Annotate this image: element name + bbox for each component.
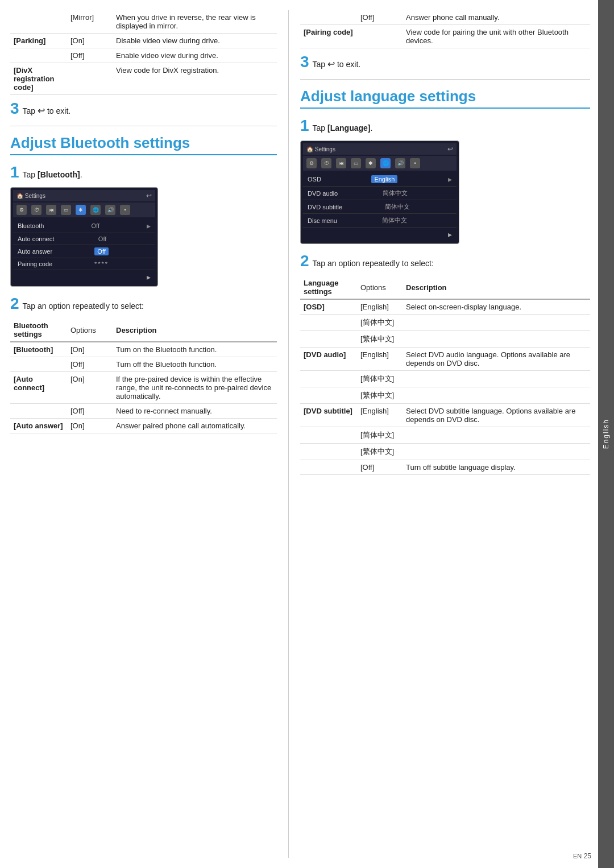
mock-icon-volume: 🔊 [105, 205, 115, 215]
lang-mock-top-bar: 🏠 Settings ↩ [303, 143, 457, 155]
mock-top-bar: 🏠 Settings ↩ [13, 190, 155, 201]
table-row: [繁体中文] [300, 444, 590, 460]
step-number-2-lang: 2 [300, 252, 309, 270]
cell-option: [繁体中文] [357, 444, 403, 460]
step-number-1-lang: 1 [300, 117, 309, 135]
lang-mock-back: ↩ [447, 145, 453, 153]
step3-text: Tap ↩ to exit. [23, 105, 71, 116]
cell-option: [繁体中文] [357, 331, 403, 348]
lang-mock-row-dvdsub: DVD subtitle 简体中文 [303, 200, 457, 214]
table-row: [DVD audio] [English] Select DVD audio l… [300, 348, 590, 371]
lang-icon-bt: ✱ [366, 158, 376, 168]
page-en-label: EN [573, 853, 582, 859]
table-row: [Mirror] When you drive in reverse, the … [10, 10, 277, 34]
cell-desc [403, 427, 590, 444]
cell-setting [300, 315, 357, 331]
cell-setting [300, 387, 357, 404]
lang-icon-general: ⚙ [306, 158, 317, 168]
cell-desc: Answer paired phone call automatically. [113, 419, 277, 433]
step-number-3: 3 [10, 100, 19, 118]
cell-desc: Turn off subtitle language display. [403, 460, 590, 475]
lang-icon-language: 🌐 [380, 158, 391, 168]
cell-setting: [Parking] [10, 34, 67, 48]
lang-mock-title: 🏠 Settings [306, 146, 335, 152]
table-row: [OSD] [English] Select on-screen-display… [300, 299, 590, 315]
cell-option: [On] [67, 34, 113, 48]
cell-setting [10, 404, 67, 419]
cell-option: [On] [67, 372, 113, 404]
mock-row-spacer: ▸ [13, 270, 155, 284]
cell-option: [Off] [67, 48, 113, 63]
lang-mock-icons: ⚙ ⏱ ⏮ ▭ ✱ 🌐 🔊 • [303, 156, 457, 171]
step3-left: 3 Tap ↩ to exit. [10, 100, 277, 118]
lang-mock-label-dvdaudio: DVD audio [308, 190, 338, 197]
table-header-row: Language settings Options Description [300, 276, 590, 299]
th-description: Description [113, 319, 277, 342]
lang-mock-plus-osd: ▸ [448, 175, 452, 184]
section-divider [10, 126, 277, 126]
step1-text-lang: Tap [Language]. [313, 123, 373, 133]
page-number-value: 25 [584, 852, 591, 860]
table-row: [DivX registration code] View code for D… [10, 63, 277, 95]
cell-setting [300, 444, 357, 460]
cell-setting: [DVD audio] [300, 348, 357, 371]
step2-text-bt: Tap an option repeatedly to select: [23, 301, 144, 311]
back-arrow-icon-right: ↩ [327, 59, 335, 69]
left-top-table: [Mirror] When you drive in reverse, the … [10, 10, 277, 95]
cell-option: [简体中文] [357, 427, 403, 444]
cell-setting [300, 427, 357, 444]
lang-mock-label-osd: OSD [308, 176, 321, 183]
mock-back-btn: ↩ [146, 192, 152, 200]
cell-desc: Need to re-connect manually. [113, 404, 277, 419]
table-row: [DVD subtitle] [English] Select DVD subt… [300, 404, 590, 427]
cell-setting: [DVD subtitle] [300, 404, 357, 427]
table-row: [简体中文] [300, 371, 590, 387]
cell-desc [403, 371, 590, 387]
mock-row-bluetooth: Bluetooth Off ▸ [13, 219, 155, 233]
language-table: Language settings Options Description [O… [300, 276, 590, 475]
cell-option: [On] [67, 419, 113, 433]
lang-icon-other: • [410, 158, 420, 168]
cell-option: [Off] [357, 10, 403, 25]
cell-setting: [Bluetooth] [10, 342, 67, 357]
language-settings-mock: 🏠 Settings ↩ ⚙ ⏱ ⏮ ▭ ✱ 🌐 🔊 • OSD English [300, 140, 459, 244]
mock-value-autoanswer: Off [94, 247, 108, 255]
left-column: [Mirror] When you drive in reverse, the … [10, 10, 289, 858]
cell-option: [简体中文] [357, 371, 403, 387]
cell-desc: Turn on the Bluetooth function. [113, 342, 277, 357]
mock-title: 🏠 Settings [16, 193, 45, 199]
step3-text-right: Tap ↩ to exit. [313, 59, 361, 69]
cell-desc: If the pre-paired device is within the e… [113, 372, 277, 404]
mock-spacer-plus: ▸ [147, 272, 151, 282]
th-description-lang: Description [403, 276, 590, 299]
right-column: [Off] Answer phone call manually. [Pairi… [289, 10, 590, 858]
cell-desc [403, 315, 590, 331]
table-row: [简体中文] [300, 315, 590, 331]
table-row: [Auto answer] [On] Answer paired phone c… [10, 419, 277, 433]
step-number-1: 1 [10, 163, 19, 181]
mock-row-pairingcode: Pairing code **** [13, 258, 155, 270]
cell-setting: [DivX registration code] [10, 63, 67, 95]
step1-text: Tap [Bluetooth]. [23, 170, 82, 179]
side-tab: English [598, 0, 614, 868]
mock-icon-bluetooth: ✱ [76, 205, 86, 215]
mock-icons-bar: ⚙ ⏱ ⏮ ▭ ✱ 🌐 🔊 • [13, 202, 155, 217]
lang-mock-row-discmenu: Disc menu 简体中文 [303, 214, 457, 228]
table-row: [繁体中文] [300, 331, 590, 348]
cell-setting [10, 10, 67, 34]
bluetooth-step1: 1 Tap [Bluetooth]. [10, 163, 277, 181]
lang-mock-value-discmenu: 简体中文 [382, 216, 407, 225]
mock-icon-other: • [120, 205, 130, 215]
cell-option [357, 25, 403, 48]
mock-value-pairingcode: **** [94, 261, 109, 267]
table-row: [Auto connect] [On] If the pre-paired de… [10, 372, 277, 404]
cell-setting [10, 357, 67, 372]
cell-desc: Select DVD audio language. Options avail… [403, 348, 590, 371]
cell-desc [403, 387, 590, 404]
lang-icon-volume: 🔊 [395, 158, 405, 168]
mock-icon-sound: ⏮ [46, 205, 56, 215]
cell-desc [403, 444, 590, 460]
cell-setting: [Auto answer] [10, 419, 67, 433]
mock-icon-general: ⚙ [16, 205, 27, 215]
table-row: [繁体中文] [300, 387, 590, 404]
